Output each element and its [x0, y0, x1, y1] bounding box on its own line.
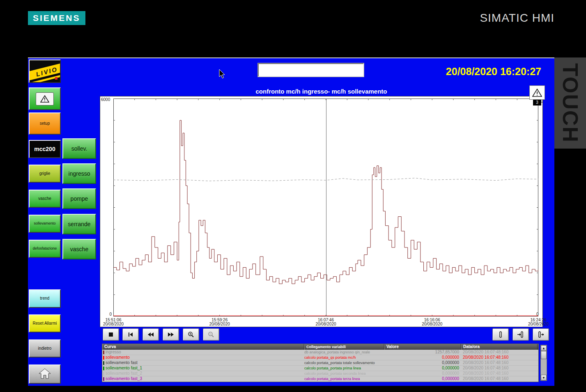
datetime-cell: 20/08/2020 16:07:48:160 — [461, 371, 538, 376]
home-button[interactable] — [29, 364, 61, 384]
siemens-brand-text: SIEMENS — [33, 13, 80, 23]
tag-link-cell: db analogica_portata ingresso qin_reale — [304, 350, 384, 355]
sidebar-item-vasche[interactable]: vasche — [29, 190, 61, 208]
livio-text: LIVIO — [35, 65, 59, 78]
trend-chart[interactable]: 6000 0 6000 0 15:51:0620/08/202015:59:26… — [100, 96, 543, 327]
curve-color-bar — [103, 356, 104, 360]
value-cell: 0,000000 — [384, 376, 461, 381]
x-tick-label: 16:07:4620/08/2020 — [315, 318, 336, 326]
sidebar-item-alarms[interactable] — [29, 87, 61, 110]
sidebar-item-setup[interactable]: setup — [29, 112, 61, 135]
table-row[interactable]: ingressodb analogica_portata ingresso qi… — [102, 350, 538, 355]
rewind-button[interactable] — [142, 328, 159, 341]
simatic-hmi-label: SIMATIC HMI — [480, 11, 554, 25]
curve-name-cell: ingresso — [102, 350, 304, 355]
tag-link-cell: calcolo portata_portata totale sollevame… — [304, 360, 384, 365]
ruler-right-button[interactable] — [533, 328, 549, 341]
rewind-icon — [147, 331, 154, 338]
livio-dot — [55, 77, 57, 80]
table-scrollbar[interactable]: ▲ ▼ — [540, 345, 547, 381]
scroll-up-icon[interactable]: ▲ — [541, 345, 547, 351]
column-header-curva: Curva — [102, 344, 304, 350]
curve-color-bar — [103, 367, 104, 370]
table-row[interactable]: sollevamento fast_2calcolo portata_porta… — [102, 371, 538, 376]
chart-title: confronto mc/h ingresso- mc/h sollevamen… — [100, 88, 543, 95]
stop-icon — [108, 331, 114, 338]
vasche2-label: vasche — [70, 246, 88, 252]
curve-color-bar — [103, 351, 104, 354]
back-label: indietro — [38, 346, 52, 351]
touch-strip: TOUCH — [554, 57, 586, 149]
submenu-item-pompe[interactable]: pompe — [62, 188, 96, 209]
curve-name-cell: sollevamento fast_2 — [102, 371, 304, 376]
home-icon — [38, 368, 52, 381]
tag-link-cell: calcolo portata_portata prima linea — [304, 366, 384, 371]
ruler-left-button[interactable] — [512, 328, 529, 341]
submenu-item-ingresso[interactable]: ingresso — [62, 163, 96, 184]
sidebar-item-griglie[interactable]: griglie — [29, 165, 61, 183]
table-row[interactable]: sollevamento fast_1calcolo portata_porta… — [102, 366, 538, 371]
serrande-label: serrande — [68, 221, 90, 227]
setup-label: setup — [40, 121, 50, 126]
x-tick-label: 15:51:0620/08/2020 — [103, 318, 124, 326]
table-row[interactable]: sollevamentocalcolo portata_qs portata m… — [102, 355, 538, 360]
siemens-logo: SIEMENS — [28, 11, 85, 25]
column-header-dataora: Data/ora — [461, 344, 538, 350]
sidebar-item-sollevamento[interactable]: sollevamento — [29, 215, 61, 233]
sidebar-item-mcc200[interactable]: mcc200 — [29, 140, 61, 158]
value-cell: 0,000000 — [384, 371, 461, 376]
datetime-cell: 20/08/2020 16:07:48:160 — [461, 350, 538, 355]
mcc200-label: mcc200 — [34, 146, 55, 152]
skip-to-start-button[interactable] — [122, 328, 139, 341]
alarm-count-badge: 3 — [533, 100, 541, 105]
curve-name-cell: sollevamento fast — [102, 360, 304, 365]
scrollbar-thumb[interactable] — [541, 351, 547, 359]
trend-plot-area[interactable] — [113, 99, 538, 316]
warning-triangle-icon — [529, 85, 545, 100]
ingresso-label: ingresso — [69, 170, 90, 177]
sidebar-item-trend[interactable]: trend — [29, 289, 61, 308]
curve-name-cell: sollevamento fast_3 — [102, 376, 304, 381]
trend-label: trend — [40, 296, 50, 301]
stop-button[interactable] — [103, 328, 119, 341]
livio-logo: LIVIO — [29, 60, 61, 83]
x-tick-label: 16:16:0620/08/2020 — [422, 318, 442, 326]
back-button[interactable]: indietro — [29, 339, 61, 358]
value-cell: 1257,857000 — [384, 350, 461, 355]
griglie-label: griglie — [39, 172, 51, 176]
table-row[interactable]: sollevamento fast_3calcolo portata_porta… — [102, 376, 538, 382]
curve-color-bar — [103, 372, 104, 376]
submenu-item-sollev[interactable]: sollev. — [62, 138, 96, 159]
reset-alarms-button[interactable]: Reset Allarmi — [29, 314, 61, 332]
ruler-left-icon — [517, 331, 524, 338]
ruler-right-icon — [537, 331, 545, 338]
scroll-down-icon[interactable]: ▼ — [541, 375, 547, 381]
header-input[interactable] — [258, 63, 364, 77]
zoom-out-button[interactable] — [203, 328, 219, 341]
submenu-item-serrande[interactable]: serrande — [62, 214, 96, 234]
tag-link-cell: calcolo portata_portata seconda linea — [304, 371, 384, 376]
reset-alarms-label: Reset Allarmi — [33, 321, 57, 326]
alarm-indicator-button[interactable]: 3 — [529, 85, 546, 106]
curve-legend-table: Curva Collegamento variabili Valore Data… — [102, 344, 539, 382]
ruler-button[interactable] — [492, 328, 509, 341]
value-cell: 0,000000 — [384, 366, 461, 371]
fast-forward-icon — [167, 331, 175, 338]
y-axis-min-left: 0 — [101, 312, 112, 316]
ruler-icon — [497, 331, 504, 338]
fast-forward-button[interactable] — [163, 328, 179, 341]
pompe-label: pompe — [71, 195, 88, 202]
warning-triangle-icon — [36, 92, 54, 105]
main-panel: LIVIO setup mcc200 griglie vasche — [28, 57, 554, 386]
curve-name-cell: sollevamento fast_1 — [102, 366, 304, 371]
curve-name-cell: sollevamento — [102, 355, 304, 360]
y-axis-max-left: 6000 — [101, 97, 113, 102]
x-tick-label: 15:59:2620/08/2020 — [209, 318, 230, 326]
submenu-item-vasche[interactable]: vasche — [62, 239, 96, 259]
tag-link-cell: calcolo portata_qs portata mc/h — [304, 355, 384, 360]
zoom-in-button[interactable] — [183, 328, 199, 341]
value-cell: 0,000000 — [384, 360, 461, 365]
table-header: Curva Collegamento variabili Valore Data… — [102, 344, 538, 350]
table-row[interactable]: sollevamento fastcalcolo portata_portata… — [102, 360, 538, 366]
sidebar-item-defosfatazione[interactable]: defosfatazione — [29, 240, 61, 258]
